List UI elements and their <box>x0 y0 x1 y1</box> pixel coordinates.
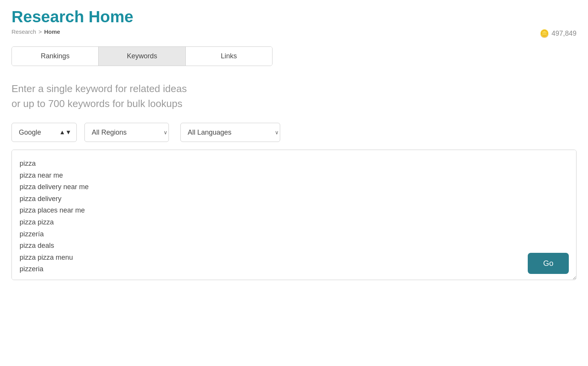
breadcrumb: Research > Home <box>12 28 133 35</box>
tab-links[interactable]: Links <box>186 47 272 66</box>
region-select[interactable]: All Regions United States United Kingdom… <box>84 123 169 142</box>
credits-display: 🪙 497,849 <box>540 8 576 38</box>
tab-keywords[interactable]: Keywords <box>99 47 185 66</box>
credits-value: 497,849 <box>552 30 576 38</box>
breadcrumb-parent[interactable]: Research <box>12 28 36 35</box>
engine-select-wrapper: Google Bing Yahoo ▲▼ <box>12 123 77 142</box>
keyword-area-container: pizza pizza near me pizza delivery near … <box>12 150 576 282</box>
description-line1: Enter a single keyword for related ideas <box>12 81 576 96</box>
language-select-wrapper: All Languages English Spanish French ∨ <box>180 123 284 142</box>
go-button[interactable]: Go <box>528 253 569 274</box>
engine-select[interactable]: Google Bing Yahoo <box>12 123 77 142</box>
breadcrumb-current: Home <box>44 28 60 35</box>
region-select-wrapper: All Regions United States United Kingdom… <box>84 123 173 142</box>
keyword-textarea[interactable]: pizza pizza near me pizza delivery near … <box>12 150 576 280</box>
breadcrumb-separator: > <box>38 28 42 35</box>
language-select[interactable]: All Languages English Spanish French <box>180 123 280 142</box>
tab-bar: Rankings Keywords Links <box>12 46 273 66</box>
tab-rankings[interactable]: Rankings <box>12 47 99 66</box>
description-text: Enter a single keyword for related ideas… <box>12 81 576 111</box>
description-line2: or up to 700 keywords for bulk lookups <box>12 96 576 111</box>
page-title: Research Home <box>12 8 133 26</box>
credits-icon: 🪙 <box>540 29 549 38</box>
